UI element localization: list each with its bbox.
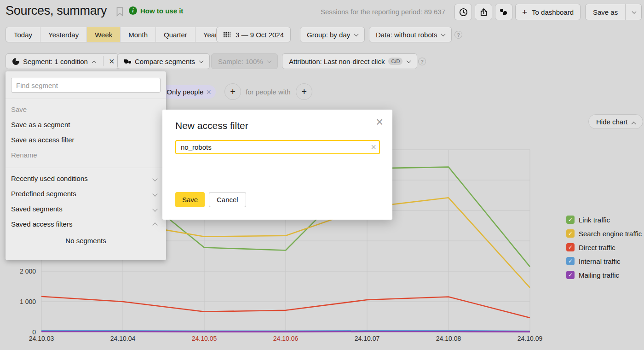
- bookmark-icon[interactable]: [115, 6, 124, 19]
- legend-checkbox[interactable]: ✓: [566, 243, 575, 251]
- sample-label: Sample: 100%: [218, 58, 263, 65]
- pie-chart-icon: [12, 58, 19, 65]
- legend-item-search-engine-traffic[interactable]: ✓Search engine traffic: [566, 229, 642, 238]
- attribution-badge: C/D: [388, 58, 402, 65]
- x-axis-label: 24.10.04: [102, 335, 144, 342]
- attribution-dropdown[interactable]: Attribution: Last non-direct click C/D: [282, 53, 417, 69]
- quotes-icon: [500, 9, 507, 15]
- data-mode-dropdown[interactable]: Data: without robots: [369, 27, 452, 42]
- page-title: Sources, summary: [6, 4, 107, 18]
- legend-item-direct-traffic[interactable]: ✓Direct traffic: [566, 243, 642, 252]
- hide-chart-label: Hide chart: [596, 118, 627, 126]
- sample-dropdown: Sample: 100%: [211, 53, 278, 69]
- feedback-button[interactable]: [495, 4, 512, 20]
- legend-checkbox[interactable]: ✓: [566, 257, 575, 265]
- add-condition-button[interactable]: +: [224, 83, 241, 100]
- modal-close-icon[interactable]: ×: [376, 116, 383, 128]
- menu-section-label: Saved segments: [11, 205, 63, 213]
- y-axis-label: 1 000: [5, 298, 36, 305]
- legend-checkbox[interactable]: ✓: [566, 229, 575, 238]
- x-axis-label: 24.10.05: [184, 335, 225, 342]
- legend-checkbox[interactable]: ✓: [566, 216, 575, 224]
- modal-save-button[interactable]: Save: [175, 192, 205, 207]
- attribution-label: Attribution: Last non-direct click: [289, 58, 385, 65]
- save-as-button[interactable]: Save as: [585, 4, 642, 20]
- legend-item-link-traffic[interactable]: ✓Link traffic: [566, 215, 642, 224]
- clear-segment-icon[interactable]: ×: [109, 57, 115, 66]
- segment-menu-sections: Recently used conditionsPredefined segme…: [6, 168, 166, 232]
- segment-dropdown[interactable]: Segment: 1 condition ×: [6, 53, 119, 69]
- compare-segments-dropdown[interactable]: Compare segments: [117, 53, 210, 69]
- chevron-down-icon: [441, 32, 446, 36]
- sessions-summary: Sessions for the reporting period: 89 63…: [321, 8, 445, 16]
- button-divider: [103, 56, 104, 66]
- legend-label: Direct traffic: [579, 244, 615, 251]
- menu-section-recently-used-conditions[interactable]: Recently used conditions: [6, 171, 166, 186]
- legend-item-internal-traffic[interactable]: ✓Internal traffic: [566, 257, 642, 266]
- segment-menu-actions: SaveSave as a segmentSave as access filt…: [6, 99, 166, 165]
- menu-item-rename: Rename: [6, 147, 166, 163]
- chevron-down-icon: [632, 9, 636, 14]
- modal-cancel-button[interactable]: Cancel: [209, 192, 246, 207]
- chevron-down-icon: [407, 58, 411, 63]
- period-tabs: TodayYesterdayWeekMonthQuarterYear: [6, 27, 225, 42]
- remove-chip-icon[interactable]: ×: [206, 88, 211, 96]
- period-tab-week[interactable]: Week: [87, 27, 121, 42]
- menu-section-label: Saved access filters: [11, 220, 72, 228]
- chip-label: : Only people: [163, 88, 203, 96]
- chevron-down-icon: [152, 206, 157, 211]
- how-to-use-link[interactable]: i How to use it: [129, 6, 183, 15]
- x-axis-label: 24.10.09: [509, 335, 551, 342]
- period-tab-yesterday[interactable]: Yesterday: [40, 27, 87, 42]
- data-help-icon[interactable]: ?: [454, 31, 462, 39]
- group-by-dropdown[interactable]: Group: by day: [300, 27, 365, 42]
- save-as-label[interactable]: Save as: [586, 4, 625, 20]
- to-dashboard-button[interactable]: + To dashboard: [515, 4, 581, 20]
- filter-name-field-wrap: ×: [175, 140, 380, 154]
- chevron-down-icon: [152, 176, 157, 181]
- date-range-label: 3 — 9 Oct 2024: [236, 31, 284, 39]
- find-segment-input[interactable]: [11, 78, 161, 93]
- chart-legend: ✓Link traffic✓Search engine traffic✓Dire…: [566, 215, 642, 284]
- menu-section-saved-segments[interactable]: Saved segments: [6, 201, 166, 216]
- attribution-help-icon[interactable]: ?: [418, 58, 426, 65]
- modal-title: New access filter: [175, 120, 248, 131]
- filter-name-input[interactable]: [175, 140, 380, 154]
- period-tab-today[interactable]: Today: [6, 27, 40, 42]
- legend-label: Search engine traffic: [579, 230, 642, 238]
- date-range-button[interactable]: 3 — 9 Oct 2024: [216, 27, 291, 42]
- how-to-use-label: How to use it: [140, 7, 183, 15]
- x-axis-label: 24.10.06: [265, 335, 306, 342]
- menu-section-predefined-segments[interactable]: Predefined segments: [6, 186, 166, 201]
- export-button[interactable]: [475, 4, 492, 20]
- legend-label: Mailing traffic: [579, 271, 619, 279]
- menu-section-saved-access-filters[interactable]: Saved access filters: [6, 216, 166, 232]
- legend-item-mailing-traffic[interactable]: ✓Mailing traffic: [566, 270, 642, 280]
- add-people-condition-button[interactable]: +: [296, 83, 312, 100]
- new-access-filter-modal: New access filter × × Save Cancel: [162, 110, 392, 220]
- clear-input-icon[interactable]: ×: [371, 142, 376, 152]
- clock-icon: [459, 7, 468, 17]
- legend-label: Internal traffic: [579, 257, 621, 265]
- menu-item-save: Save: [6, 102, 166, 117]
- menu-item-save-as-access-filter[interactable]: Save as access filter: [6, 132, 166, 147]
- segment-menu-panel: SaveSave as a segmentSave as access filt…: [6, 71, 166, 260]
- hide-chart-button[interactable]: Hide chart: [588, 114, 643, 129]
- plus-icon: +: [522, 8, 527, 17]
- chevron-down-icon: [354, 32, 359, 36]
- calendar-icon: [223, 32, 230, 37]
- to-dashboard-label: To dashboard: [532, 8, 574, 16]
- legend-label: Link traffic: [579, 216, 610, 224]
- chevron-up-icon: [632, 122, 636, 126]
- x-axis-label: 24.10.08: [428, 335, 469, 342]
- droplets-icon: [124, 58, 131, 65]
- segment-label: Segment: 1 condition: [23, 58, 88, 65]
- chevron-up-icon: [152, 222, 157, 228]
- legend-checkbox[interactable]: ✓: [566, 271, 575, 279]
- menu-item-save-as-a-segment[interactable]: Save as a segment: [6, 117, 166, 132]
- save-as-menu-toggle[interactable]: [625, 4, 641, 20]
- period-tab-month[interactable]: Month: [121, 27, 156, 42]
- history-button[interactable]: [454, 4, 472, 20]
- period-tab-quarter[interactable]: Quarter: [156, 27, 196, 42]
- chevron-up-icon: [92, 60, 96, 65]
